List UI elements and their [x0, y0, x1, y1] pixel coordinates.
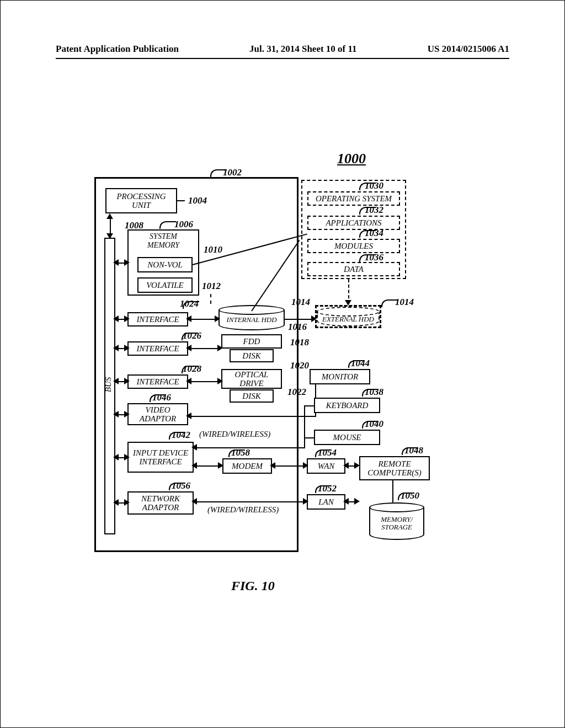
- ref-1020: 1020: [290, 360, 309, 371]
- lead-icon: [182, 366, 198, 373]
- data-box: DATA: [307, 262, 400, 276]
- lead-icon: [359, 254, 376, 262]
- monitor-box: MONITOR: [310, 369, 370, 384]
- ref-1014: 1014: [291, 297, 310, 308]
- lead-icon: [359, 230, 376, 238]
- lead-icon: [228, 449, 245, 457]
- keyboard-box: KEYBOARD: [314, 398, 380, 413]
- interface-1026-box: INTERFACE: [127, 341, 188, 356]
- operating-system-box: OPERATING SYSTEM: [307, 191, 400, 206]
- modules-box: MODULES: [307, 239, 400, 253]
- ref-1004: 1004: [188, 195, 207, 206]
- ref-1022: 1022: [287, 387, 306, 398]
- network-adaptor-box: NETWORK ADAPTOR: [127, 491, 194, 515]
- volatile-box: VOLATILE: [137, 277, 193, 293]
- processing-unit-box: PROCESSING UNIT: [105, 188, 177, 213]
- lead-icon: [150, 394, 166, 402]
- lead-icon: [359, 207, 376, 215]
- lead-icon: [359, 183, 376, 190]
- wired-wireless-note-2: (WIRED/WIRELESS): [207, 505, 279, 515]
- system-memory-label: SYSTEM MEMORY: [133, 232, 194, 250]
- applications-box: APPLICATIONS: [307, 216, 400, 230]
- ref-1018: 1018: [290, 337, 309, 348]
- ref-1002: 1002: [223, 167, 242, 178]
- optical-drive-box: OPTICAL DRIVE: [221, 369, 282, 389]
- lead-icon: [315, 449, 332, 457]
- bus-label: BUS: [104, 377, 113, 393]
- nonvol-box: NON-VOL: [137, 257, 193, 272]
- lead-icon: [398, 493, 414, 500]
- optical-disk-box: DISK: [230, 389, 274, 403]
- system-diagram: 1002 PROCESSING UNIT 1004 BUS 1008 1006 …: [94, 149, 414, 536]
- page-header: Patent Application Publication Jul. 31, …: [56, 44, 509, 59]
- ref-1016: 1016: [288, 322, 307, 333]
- pub-number: US 2014/0215006 A1: [428, 44, 509, 55]
- lead-icon: [362, 389, 379, 397]
- lead-icon: [159, 221, 176, 229]
- lead-icon: [182, 333, 198, 340]
- lan-box: LAN: [307, 494, 345, 510]
- interface-1024-box: INTERFACE: [127, 312, 188, 326]
- fdd-box: FDD: [221, 334, 282, 349]
- ref-1024: 1024: [180, 298, 199, 309]
- lead-icon: [362, 421, 379, 429]
- ref-1010: 1010: [204, 244, 222, 255]
- pub-label: Patent Application Publication: [56, 44, 179, 55]
- ref-1014b: 1014: [395, 297, 414, 308]
- remote-computers-box: REMOTE COMPUTER(S): [359, 456, 430, 480]
- lead-icon: [402, 447, 418, 455]
- video-adaptor-box: VIDEO ADAPTOR: [127, 403, 188, 425]
- wired-wireless-note-1: (WIRED/WIRELESS): [199, 430, 270, 439]
- figure-caption: FIG. 10: [231, 579, 275, 593]
- sheet-label: Jul. 31, 2014 Sheet 10 of 11: [249, 44, 357, 55]
- modem-box: MODEM: [222, 458, 272, 474]
- interface-1028-box: INTERFACE: [127, 374, 188, 389]
- lead-icon: [348, 360, 365, 368]
- mouse-box: MOUSE: [314, 430, 380, 445]
- memory-storage-cylinder: MEMORY/ STORAGE: [369, 502, 424, 540]
- ref-1012: 1012: [202, 281, 221, 292]
- patent-page: Patent Application Publication Jul. 31, …: [0, 0, 565, 728]
- input-device-interface-box: INPUT DEVICE INTERFACE: [127, 442, 194, 473]
- external-hdd-cylinder: EXTERNAL HDD: [315, 305, 381, 328]
- fdd-disk-box: DISK: [230, 349, 274, 362]
- lead-icon: [315, 485, 332, 493]
- ref-1006: 1006: [174, 219, 193, 230]
- lead-icon: [381, 299, 398, 307]
- wan-box: WAN: [307, 458, 345, 474]
- lead-icon: [169, 483, 185, 490]
- lead-icon: [169, 432, 185, 440]
